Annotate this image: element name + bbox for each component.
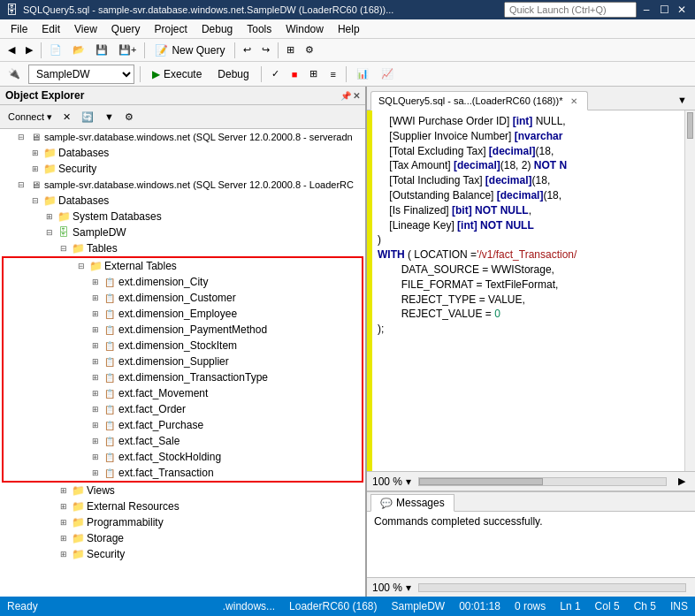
storage-expand[interactable]: ⊞ [57, 531, 71, 545]
menu-file[interactable]: File [4, 19, 34, 38]
disconnect-button[interactable]: ✕ [58, 107, 75, 126]
ext-fact-movement-item[interactable]: ⊞ 📋 ext.fact_Movement [4, 385, 362, 401]
debug-button[interactable]: Debug [211, 65, 255, 84]
programmability-expand[interactable]: ⊞ [57, 515, 71, 529]
ext-dimension-stockitem-item[interactable]: ⊞ 📋 ext.dimension_StockItem [4, 338, 362, 354]
connect-button[interactable]: Connect ▾ [4, 107, 57, 126]
ext-dimension-transactiontype-item[interactable]: ⊞ 📋 ext.dimension_TransactionType [4, 369, 362, 385]
menu-edit[interactable]: Edit [34, 19, 67, 38]
system-databases-item[interactable]: ⊞ 📁 System Databases [0, 209, 365, 224]
ext-fact-stockholding-item[interactable]: ⊞ 📋 ext.fact_StockHolding [4, 449, 362, 465]
ext-dimension-employee-item[interactable]: ⊞ 📋 ext.dimension_Employee [4, 306, 362, 322]
external-tables-item[interactable]: ⊟ 📁 External Tables [4, 258, 362, 274]
sampledw-expand[interactable]: ⊟ [42, 225, 57, 240]
ext-fact-sale-item[interactable]: ⊞ 📋 ext.fact_Sale [4, 433, 362, 449]
server-2-expand[interactable]: ⊟ [14, 178, 28, 192]
code-editor[interactable]: [WWI Purchase Order ID] [int] NULL, [Sup… [372, 110, 684, 471]
messages-scrollbar[interactable] [418, 583, 686, 592]
close-panel-icon[interactable]: ✕ [353, 91, 360, 101]
horizontal-scrollbar[interactable] [418, 477, 667, 486]
back-button[interactable]: ◀ [4, 41, 19, 60]
menu-view[interactable]: View [67, 19, 104, 38]
result-text-button[interactable]: ≡ [325, 65, 340, 84]
databases-2-item[interactable]: ⊟ 📁 Databases [0, 193, 365, 209]
ext-dimension-employee-expand[interactable]: ⊞ [88, 307, 103, 321]
tables-expand[interactable]: ⊟ [57, 241, 71, 255]
ext-fact-order-expand[interactable]: ⊞ [88, 402, 103, 416]
pin-icon[interactable]: 📌 [340, 91, 351, 101]
database-dropdown[interactable]: SampleDW [28, 65, 134, 84]
external-resources-item[interactable]: ⊞ 📁 External Resources [0, 498, 365, 514]
sampledw-item[interactable]: ⊟ 🗄 SampleDW [0, 224, 365, 240]
redo-button[interactable]: ↪ [257, 41, 274, 60]
close-button[interactable]: ✕ [674, 2, 690, 18]
maximize-button[interactable]: ☐ [656, 2, 672, 18]
scroll-right-button[interactable]: ▶ [674, 472, 690, 491]
ext-dimension-paymentmethod-expand[interactable]: ⊞ [88, 323, 103, 337]
zoom-dropdown-icon[interactable]: ▾ [406, 475, 411, 488]
views-item[interactable]: ⊞ 📁 Views [0, 483, 365, 498]
security-1-item[interactable]: ⊞ 📁 Security [0, 161, 365, 177]
storage-item[interactable]: ⊞ 📁 Storage [0, 530, 365, 546]
hscroll-thumb[interactable] [419, 478, 542, 485]
security-2-item[interactable]: ⊞ 📁 Security [0, 546, 365, 562]
menu-help[interactable]: Help [331, 19, 367, 38]
views-expand[interactable]: ⊞ [57, 483, 71, 498]
grid-button[interactable]: ⊞ [282, 41, 299, 60]
scrollbar-thumb[interactable] [687, 112, 693, 139]
databases-1-item[interactable]: ⊞ 📁 Databases [0, 145, 365, 161]
new-file-button[interactable]: 📄 [45, 41, 66, 60]
menu-project[interactable]: Project [148, 19, 195, 38]
minimize-button[interactable]: – [638, 2, 654, 18]
save-button[interactable]: 💾 [91, 41, 112, 60]
ext-fact-movement-expand[interactable]: ⊞ [88, 386, 103, 400]
ext-fact-stockholding-expand[interactable]: ⊞ [88, 450, 103, 464]
result-grid-button[interactable]: ⊞ [305, 65, 322, 84]
panel-menu-button[interactable]: ▼ [673, 90, 691, 110]
ext-fact-sale-expand[interactable]: ⊞ [88, 434, 103, 448]
server-1-expand[interactable]: ⊟ [14, 130, 28, 144]
ext-fact-transaction-expand[interactable]: ⊞ [88, 466, 103, 480]
ext-dimension-customer-item[interactable]: ⊞ 📋 ext.dimension_Customer [4, 290, 362, 306]
execute-button[interactable]: ▶ Execute [146, 65, 208, 84]
security-2-expand[interactable]: ⊞ [57, 547, 71, 561]
databases-1-expand[interactable]: ⊞ [28, 146, 42, 160]
server-2-item[interactable]: ⊟ 🖥 sample-svr.database.windows.net (SQL… [0, 177, 365, 193]
editor-vertical-scrollbar[interactable] [684, 110, 695, 471]
query-tab-active[interactable]: SQLQuery5.sql - sa...(LoaderRC60 (168))*… [370, 91, 588, 110]
ext-fact-purchase-item[interactable]: ⊞ 📋 ext.fact_Purchase [4, 417, 362, 433]
connect-db-button[interactable]: 🔌 [4, 65, 25, 84]
ext-dimension-stockitem-expand[interactable]: ⊞ [88, 338, 103, 353]
ext-dimension-supplier-item[interactable]: ⊞ 📋 ext.dimension_Supplier [4, 354, 362, 369]
parse-button[interactable]: ✓ [267, 65, 284, 84]
forward-button[interactable]: ▶ [21, 41, 37, 60]
undo-button[interactable]: ↩ [239, 41, 256, 60]
client-stats-button[interactable]: 📈 [377, 65, 398, 84]
refresh-button[interactable]: 🔄 [77, 107, 98, 126]
menu-debug[interactable]: Debug [195, 19, 240, 38]
quick-launch-input[interactable] [504, 2, 637, 18]
ext-dimension-supplier-expand[interactable]: ⊞ [88, 354, 103, 369]
open-button[interactable]: 📂 [68, 41, 89, 60]
ext-dimension-city-expand[interactable]: ⊞ [88, 275, 103, 289]
ext-fact-purchase-expand[interactable]: ⊞ [88, 418, 103, 432]
ext-dimension-paymentmethod-item[interactable]: ⊞ 📋 ext.dimension_PaymentMethod [4, 322, 362, 338]
tab-close-button[interactable]: ✕ [568, 95, 580, 107]
filter-button[interactable]: ▼ [100, 107, 118, 126]
stop-button[interactable]: ■ [287, 65, 302, 84]
server-1-item[interactable]: ⊟ 🖥 sample-svr.database.windows.net (SQL… [0, 129, 365, 145]
new-query-button[interactable]: 📝 New Query [149, 41, 231, 60]
settings-button[interactable]: ⚙ [301, 41, 318, 60]
messages-tab[interactable]: 💬 Messages [370, 494, 454, 512]
security-1-expand[interactable]: ⊞ [28, 162, 42, 176]
programmability-item[interactable]: ⊞ 📁 Programmability [0, 514, 365, 530]
ext-dimension-transactiontype-expand[interactable]: ⊞ [88, 370, 103, 384]
ext-fact-transaction-item[interactable]: ⊞ 📋 ext.fact_Transaction [4, 465, 362, 481]
filter-settings-button[interactable]: ⚙ [120, 107, 138, 126]
save-all-button[interactable]: 💾+ [114, 41, 141, 60]
menu-query[interactable]: Query [104, 19, 148, 38]
external-tables-expand[interactable]: ⊟ [74, 259, 88, 273]
external-resources-expand[interactable]: ⊞ [57, 499, 71, 513]
menu-window[interactable]: Window [279, 19, 331, 38]
databases-2-expand[interactable]: ⊟ [28, 194, 42, 208]
